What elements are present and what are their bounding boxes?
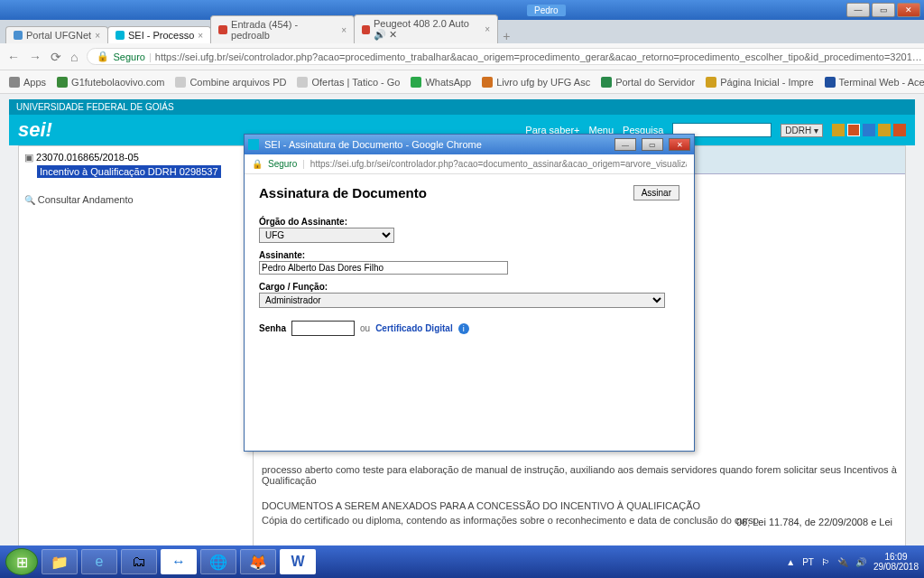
- bookmark-item[interactable]: Livro ufg by UFG Asc: [482, 77, 590, 88]
- reload-icon[interactable]: ⟳: [51, 50, 61, 64]
- apps-button[interactable]: Apps: [9, 77, 46, 88]
- popup-minimize[interactable]: —: [614, 138, 636, 151]
- toolbar-icon[interactable]: [878, 124, 891, 136]
- assinante-input[interactable]: [259, 261, 508, 275]
- info-icon[interactable]: i: [458, 323, 469, 334]
- bookmark-item[interactable]: Combine arquivos PD: [175, 77, 286, 88]
- lock-icon: 🔒: [252, 159, 263, 169]
- certificado-digital-link[interactable]: Certificado Digital: [375, 323, 453, 333]
- bookmarks-bar: Apps G1futebolaovivo.com Combine arquivo…: [0, 70, 924, 94]
- process-tree: 23070.016865/2018-05 Incentivo à Qualifi…: [19, 146, 254, 569]
- orgao-label: Órgão do Assinante:: [259, 217, 679, 227]
- popup-title-text: SEI - Assinatura de Documento - Google C…: [264, 139, 609, 150]
- taskbar-word-icon[interactable]: W: [280, 549, 316, 574]
- tray-show-hidden-icon[interactable]: ▲: [786, 557, 795, 567]
- document-node[interactable]: Incentivo à Qualificação DDRH 0298537: [37, 165, 221, 178]
- bookmark-item[interactable]: WhatsApp: [411, 77, 471, 88]
- new-tab-button[interactable]: +: [497, 29, 515, 43]
- start-button[interactable]: ⊞: [5, 548, 38, 575]
- back-icon[interactable]: ←: [7, 50, 20, 64]
- window-minimize[interactable]: —: [846, 3, 870, 17]
- close-icon[interactable]: ×: [341, 25, 346, 35]
- popup-address-bar[interactable]: 🔒 Seguro | https://sei.ufg.br/sei/contro…: [245, 154, 694, 174]
- orgao-select[interactable]: UFG: [259, 228, 394, 243]
- ou-text: ou: [360, 323, 370, 333]
- address-bar[interactable]: 🔒 Seguro | https://sei.ufg.br/sei/contro…: [87, 48, 924, 65]
- popup-close[interactable]: ✕: [669, 138, 690, 151]
- senha-label: Senha: [259, 323, 286, 333]
- close-icon[interactable]: ×: [95, 31, 100, 41]
- senha-input[interactable]: [291, 321, 355, 336]
- tray-volume-icon[interactable]: 🔊: [855, 557, 866, 567]
- tab-peugeot[interactable]: Peugeot 408 2.0 Auto 🔊 ✕×: [354, 14, 498, 43]
- bookmark-item[interactable]: G1futebolaovivo.com: [57, 77, 164, 88]
- cargo-select[interactable]: Administrador: [259, 293, 665, 308]
- bookmark-item[interactable]: Terminal Web - Aces: [825, 77, 924, 88]
- sei-logo[interactable]: sei!: [18, 118, 52, 142]
- sei-favicon: [248, 139, 259, 150]
- toolbar-icon[interactable]: [863, 124, 875, 136]
- bookmark-item[interactable]: Ofertas | Tatico - Go: [297, 77, 400, 88]
- secure-label: Seguro: [113, 51, 144, 62]
- signature-popup-window: SEI - Assinatura de Documento - Google C…: [244, 134, 695, 452]
- user-badge: Pedro: [527, 5, 566, 16]
- toolbar-icon[interactable]: [893, 124, 906, 136]
- toolbar-icon[interactable]: [832, 124, 845, 136]
- home-icon[interactable]: ⌂: [70, 50, 78, 64]
- tray-flag-icon[interactable]: 🏳: [821, 557, 830, 567]
- toolbar-icon[interactable]: [847, 124, 860, 136]
- close-icon[interactable]: ×: [198, 31, 203, 41]
- process-number[interactable]: 23070.016865/2018-05: [24, 152, 247, 163]
- url-text: https://sei.ufg.br/sei/controlador.php?a…: [155, 51, 922, 62]
- bookmark-item[interactable]: Página Inicial - Impre: [706, 77, 813, 88]
- windows-taskbar: ⊞ 📁 e 🗂 ↔ 🌐 🦊 W ▲ PT 🏳 🔌 🔊 16:09 29/08/2…: [0, 545, 924, 578]
- popup-heading: Assinatura de Documento: [259, 185, 679, 200]
- tab-portal-ufgnet[interactable]: Portal UFGNet×: [5, 26, 108, 43]
- address-bar-row: ← → ⟳ ⌂ 🔒 Seguro | https://sei.ufg.br/se…: [0, 43, 924, 70]
- forward-icon[interactable]: →: [29, 50, 42, 64]
- org-header: UNIVERSIDADE FEDERAL DE GOIÁS: [9, 99, 915, 115]
- taskbar-firefox-icon[interactable]: 🦊: [240, 549, 276, 574]
- window-maximize[interactable]: ▭: [872, 3, 895, 17]
- tab-sei-processo[interactable]: SEI - Processo×: [107, 26, 211, 43]
- lock-icon: 🔒: [97, 51, 109, 62]
- unit-selector[interactable]: DDRH ▾: [781, 124, 823, 137]
- popup-url: https://sei.ufg.br/sei/controlador.php?a…: [310, 159, 687, 169]
- cargo-label: Cargo / Função:: [259, 282, 679, 292]
- consultar-andamento-link[interactable]: Consultar Andamento: [24, 194, 247, 205]
- tray-clock[interactable]: 16:09 29/08/2018: [873, 552, 919, 572]
- taskbar-chrome-icon[interactable]: 🌐: [200, 549, 236, 574]
- browser-tab-strip: Portal UFGNet× SEI - Processo× Entrada (…: [0, 20, 924, 43]
- popup-titlebar[interactable]: SEI - Assinatura de Documento - Google C…: [245, 135, 694, 154]
- popup-maximize[interactable]: ▭: [642, 138, 663, 151]
- taskbar-explorer-icon[interactable]: 📁: [42, 549, 78, 574]
- tray-lang[interactable]: PT: [802, 557, 814, 567]
- secure-label: Seguro: [268, 159, 297, 169]
- assinar-button[interactable]: Assinar: [633, 185, 679, 200]
- taskbar-ie-icon[interactable]: e: [81, 549, 117, 574]
- tab-gmail[interactable]: Entrada (454) - pedroalb×: [210, 15, 355, 43]
- taskbar-teamviewer-icon[interactable]: ↔: [161, 549, 197, 574]
- bookmark-item[interactable]: Portal do Servidor: [601, 77, 695, 88]
- tray-network-icon[interactable]: 🔌: [837, 557, 848, 567]
- window-close[interactable]: ✕: [897, 3, 920, 17]
- assinante-label: Assinante:: [259, 250, 679, 260]
- close-icon[interactable]: ×: [485, 24, 490, 34]
- document-body-text: processo aberto como teste para elaboraç…: [262, 461, 902, 529]
- taskbar-folder-icon[interactable]: 🗂: [121, 549, 157, 574]
